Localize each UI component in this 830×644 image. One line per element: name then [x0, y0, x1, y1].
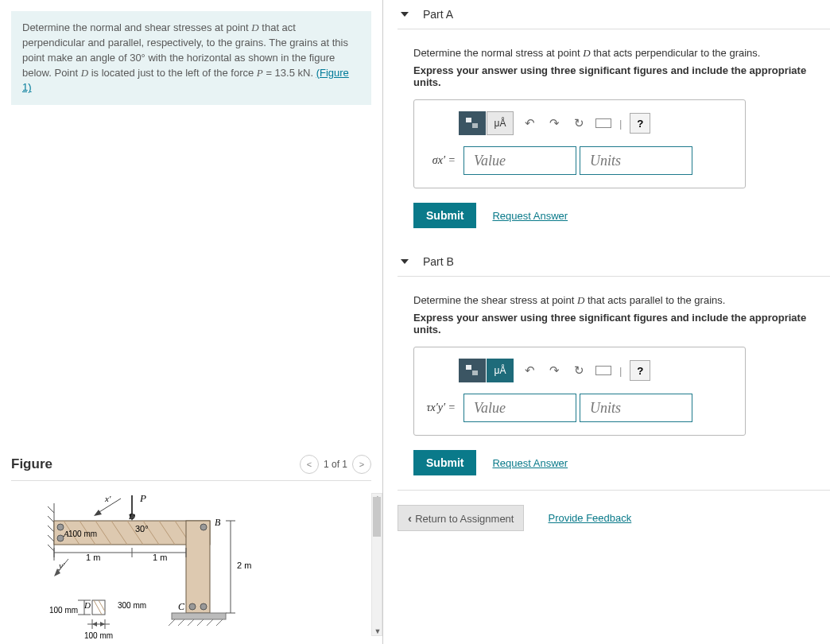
collapse-caret-icon[interactable]: [401, 259, 409, 264]
svg-rect-15: [186, 521, 210, 613]
part-b-instruction: Determine the shear stress at point D th…: [413, 294, 830, 307]
svg-line-57: [99, 600, 105, 611]
keyboard-icon[interactable]: [595, 366, 611, 375]
svg-line-23: [178, 619, 184, 626]
redo-icon[interactable]: ↷: [546, 363, 563, 378]
figure-diagram: P x′ D 30° A 100 mm B C: [11, 486, 371, 644]
scroll-thumb[interactable]: [373, 497, 381, 537]
svg-text:D: D: [128, 511, 135, 521]
svg-rect-71: [466, 365, 471, 370]
svg-line-3: [48, 526, 54, 532]
reset-icon[interactable]: ↻: [571, 116, 588, 130]
svg-rect-21: [172, 613, 226, 619]
units-button[interactable]: μÅ: [487, 359, 514, 382]
svg-text:2 m: 2 m: [237, 561, 251, 570]
submit-button[interactable]: Submit: [413, 203, 476, 228]
svg-text:100 mm: 100 mm: [49, 606, 78, 615]
figure-counter: 1 of 1: [324, 459, 347, 470]
help-button[interactable]: ?: [630, 113, 650, 134]
separator: |: [619, 365, 622, 377]
svg-text:P: P: [139, 492, 146, 504]
part-b-hint: Express your answer using three signific…: [413, 312, 830, 336]
part-b-label: Part B: [423, 255, 454, 268]
value-input[interactable]: [463, 146, 576, 175]
svg-line-1: [48, 506, 54, 513]
redo-icon[interactable]: ↷: [546, 116, 563, 130]
svg-text:1 m: 1 m: [153, 553, 167, 562]
svg-line-5: [48, 545, 54, 551]
provide-feedback-link[interactable]: Provide Feedback: [548, 512, 631, 524]
collapse-caret-icon[interactable]: [401, 12, 409, 17]
svg-text:x′: x′: [104, 494, 111, 503]
undo-icon[interactable]: ↶: [522, 363, 538, 378]
tau-label: τx′y′ =: [424, 402, 456, 414]
figure-scrollbar[interactable]: ▲ ▼: [371, 493, 382, 636]
svg-line-24: [188, 619, 194, 626]
svg-marker-32: [94, 510, 102, 516]
request-answer-link[interactable]: Request Answer: [492, 210, 568, 222]
svg-text:100 mm: 100 mm: [84, 631, 113, 640]
svg-point-16: [57, 524, 64, 530]
sigma-label: σx′ =: [424, 154, 456, 167]
part-b-answer-box: μÅ ↶ ↷ ↻ | ? τx′y′ =: [413, 347, 746, 436]
part-a-answer-box: μÅ ↶ ↷ ↻ | ? σx′ =: [413, 99, 746, 188]
svg-rect-69: [466, 118, 471, 122]
svg-text:C: C: [178, 601, 185, 612]
svg-line-25: [197, 619, 204, 626]
svg-text:30°: 30°: [135, 524, 149, 533]
svg-line-22: [169, 619, 175, 626]
svg-text:100 mm: 100 mm: [68, 530, 97, 538]
svg-point-18: [200, 524, 207, 530]
svg-point-17: [57, 535, 64, 541]
part-a-instruction: Determine the normal stress at point D t…: [413, 47, 830, 60]
svg-line-26: [207, 619, 213, 626]
svg-text:1 m: 1 m: [86, 553, 100, 562]
units-input[interactable]: [580, 394, 692, 422]
figure-next-button[interactable]: >: [352, 455, 371, 474]
undo-icon[interactable]: ↶: [522, 116, 538, 130]
svg-line-4: [48, 535, 54, 541]
svg-line-27: [216, 619, 223, 626]
submit-button[interactable]: Submit: [413, 450, 476, 475]
templates-button[interactable]: [459, 111, 486, 135]
svg-marker-67: [100, 622, 105, 627]
value-input[interactable]: [463, 394, 576, 422]
part-a-label: Part A: [423, 8, 453, 21]
svg-text:B: B: [215, 517, 221, 528]
return-button[interactable]: Return to Assignment: [398, 505, 524, 531]
templates-button[interactable]: [459, 359, 486, 382]
units-button[interactable]: μÅ: [487, 111, 514, 135]
svg-point-19: [189, 603, 196, 610]
help-button[interactable]: ?: [630, 360, 650, 381]
svg-text:y′: y′: [58, 561, 65, 570]
keyboard-icon[interactable]: [595, 118, 611, 128]
svg-rect-70: [472, 123, 478, 128]
scroll-down-icon[interactable]: ▼: [374, 627, 382, 635]
svg-text:300 mm: 300 mm: [118, 601, 146, 610]
svg-line-56: [94, 600, 102, 615]
request-answer-link[interactable]: Request Answer: [492, 457, 568, 469]
figure-title: Figure: [11, 456, 52, 472]
part-a-hint: Express your answer using three signific…: [413, 64, 830, 88]
svg-rect-72: [472, 370, 478, 375]
svg-point-20: [200, 603, 207, 610]
svg-marker-66: [92, 622, 97, 627]
separator: |: [619, 118, 622, 130]
figure-prev-button[interactable]: <: [300, 455, 319, 474]
units-input[interactable]: [580, 146, 692, 175]
problem-statement: Determine the normal and shear stresses …: [11, 11, 371, 105]
reset-icon[interactable]: ↻: [571, 363, 588, 378]
svg-line-2: [48, 516, 54, 522]
